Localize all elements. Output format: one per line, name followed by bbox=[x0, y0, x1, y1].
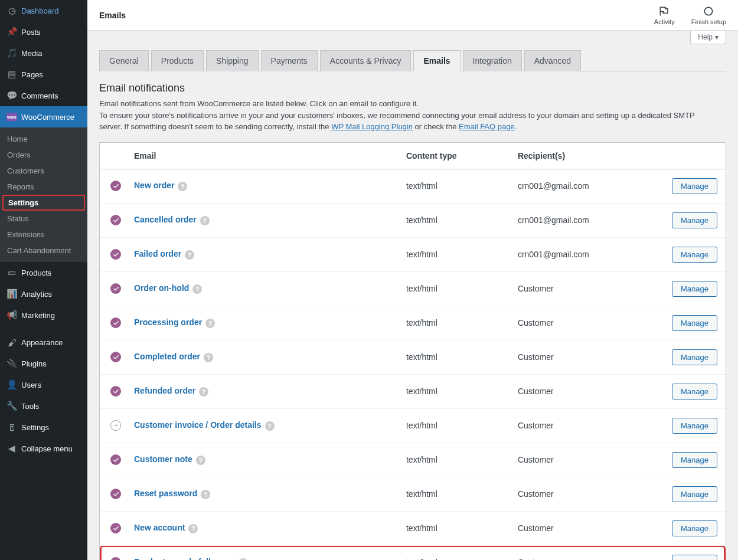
email-name-link[interactable]: New order bbox=[134, 181, 174, 190]
sidebar-item-appearance[interactable]: 🖌Appearance bbox=[0, 332, 87, 353]
status-enabled-icon bbox=[110, 352, 121, 362]
manage-button[interactable]: Manage bbox=[672, 452, 717, 468]
sidebar-subitem-cart-abandonment[interactable]: Cart Abandonment bbox=[0, 243, 87, 258]
sidebar-subitem-home[interactable]: Home bbox=[0, 131, 87, 147]
settings-icon: 🎚 bbox=[6, 421, 18, 433]
help-icon[interactable]: ? bbox=[199, 387, 208, 397]
help-icon[interactable]: ? bbox=[265, 421, 275, 431]
manage-button[interactable]: Manage bbox=[672, 384, 717, 399]
sidebar-label: Products bbox=[21, 268, 51, 277]
help-icon[interactable]: ? bbox=[200, 216, 210, 225]
help-icon[interactable]: ? bbox=[201, 490, 210, 499]
email-name-link[interactable]: Product sample follow-up bbox=[134, 557, 235, 560]
manage-button[interactable]: Manage bbox=[672, 281, 717, 297]
sidebar-item-plugins[interactable]: 🔌Plugins bbox=[0, 353, 87, 374]
tab-shipping[interactable]: Shipping bbox=[206, 50, 259, 71]
content-type-cell: text/html bbox=[400, 271, 512, 306]
help-icon[interactable]: ? bbox=[205, 319, 215, 328]
tab-products[interactable]: Products bbox=[151, 50, 204, 71]
sidebar-item-products[interactable]: ▭Products bbox=[0, 262, 87, 283]
manage-button[interactable]: Manage bbox=[672, 349, 717, 365]
email-name-link[interactable]: New account bbox=[134, 523, 185, 532]
sidebar-label: Plugins bbox=[21, 359, 47, 368]
sidebar-item-tools[interactable]: 🔧Tools bbox=[0, 395, 87, 417]
page-title: Emails bbox=[99, 11, 126, 20]
manage-button[interactable]: Manage bbox=[672, 555, 717, 561]
email-name-link[interactable]: Cancelled order bbox=[134, 215, 197, 224]
sidebar-item-marketing[interactable]: 📢Marketing bbox=[0, 304, 87, 326]
sidebar-item-collapse[interactable]: ◀Collapse menu bbox=[0, 438, 87, 459]
help-icon[interactable]: ? bbox=[196, 456, 205, 465]
help-icon[interactable]: ? bbox=[239, 558, 248, 560]
sidebar-item-settings[interactable]: 🎚Settings bbox=[0, 417, 87, 438]
status-manual-icon bbox=[110, 420, 121, 431]
sidebar-item-comments[interactable]: 💬Comments bbox=[0, 85, 87, 106]
tab-payments[interactable]: Payments bbox=[261, 50, 318, 71]
sidebar-label: Tools bbox=[21, 402, 39, 411]
tab-integration[interactable]: Integration bbox=[463, 50, 522, 71]
sidebar-subitem-extensions[interactable]: Extensions bbox=[0, 227, 87, 243]
sidebar-item-analytics[interactable]: 📊Analytics bbox=[0, 283, 87, 304]
manage-button[interactable]: Manage bbox=[672, 212, 717, 228]
email-name-link[interactable]: Failed order bbox=[134, 249, 181, 258]
content-type-cell: text/html bbox=[400, 203, 512, 237]
email-faq-link[interactable]: Email FAQ page bbox=[459, 122, 515, 131]
pages-icon: ▤ bbox=[6, 68, 18, 80]
help-icon[interactable]: ? bbox=[188, 524, 198, 533]
wp-mail-logging-link[interactable]: WP Mail Logging Plugin bbox=[331, 122, 413, 131]
sidebar-item-pages[interactable]: ▤Pages bbox=[0, 64, 87, 85]
tab-general[interactable]: General bbox=[99, 50, 149, 71]
email-name-link[interactable]: Refunded order bbox=[134, 386, 195, 395]
finish-label: Finish setup bbox=[691, 18, 726, 25]
email-name-link[interactable]: Processing order bbox=[134, 317, 202, 327]
sidebar-item-posts[interactable]: 📌Posts bbox=[0, 21, 87, 42]
content-type-cell: text/html bbox=[400, 237, 512, 271]
sidebar-item-users[interactable]: 👤Users bbox=[0, 374, 87, 395]
status-enabled-icon bbox=[110, 181, 121, 191]
help-icon[interactable]: ? bbox=[192, 284, 202, 294]
tab-advanced[interactable]: Advanced bbox=[524, 50, 581, 71]
sidebar-item-woocommerce[interactable]: wooWooCommerce bbox=[0, 106, 87, 127]
email-name-link[interactable]: Completed order bbox=[134, 352, 200, 361]
finish-setup-button[interactable]: Finish setup bbox=[691, 5, 726, 25]
sidebar-label: Appearance bbox=[21, 338, 63, 347]
table-row: Order on-hold?text/htmlCustomerManage bbox=[100, 271, 726, 306]
col-header-recipients: Recipient(s) bbox=[512, 143, 661, 169]
help-tab[interactable]: Help▾ bbox=[690, 31, 726, 44]
sidebar-label: Pages bbox=[21, 70, 43, 79]
sidebar-subitem-orders[interactable]: Orders bbox=[0, 147, 87, 163]
svg-point-0 bbox=[705, 7, 713, 15]
manage-button[interactable]: Manage bbox=[672, 247, 717, 263]
sidebar-label: WooCommerce bbox=[21, 113, 74, 122]
help-icon[interactable]: ? bbox=[185, 250, 194, 260]
sidebar-subitem-customers[interactable]: Customers bbox=[0, 163, 87, 179]
help-icon[interactable]: ? bbox=[178, 182, 187, 191]
manage-button[interactable]: Manage bbox=[672, 418, 717, 434]
email-name-link[interactable]: Order on-hold bbox=[134, 283, 189, 293]
email-name-link[interactable]: Customer note bbox=[134, 454, 192, 464]
sidebar-item-media[interactable]: 🎵Media bbox=[0, 42, 87, 64]
status-enabled-icon bbox=[110, 317, 121, 328]
manage-button[interactable]: Manage bbox=[672, 315, 717, 331]
email-table: Email Content type Recipient(s) New orde… bbox=[99, 142, 726, 561]
sidebar-item-dashboard[interactable]: ◷Dashboard bbox=[0, 0, 87, 21]
admin-sidebar: ◷Dashboard 📌Posts 🎵Media ▤Pages 💬Comment… bbox=[0, 0, 87, 560]
recipients-cell: Customer bbox=[512, 374, 661, 408]
content-type-cell: text/html bbox=[400, 306, 512, 340]
tab-accounts-privacy[interactable]: Accounts & Privacy bbox=[320, 50, 412, 71]
woo-submenu: Home Orders Customers Reports Settings S… bbox=[0, 127, 87, 262]
manage-button[interactable]: Manage bbox=[672, 486, 717, 502]
recipients-cell: Customer bbox=[512, 340, 661, 374]
sidebar-subitem-reports[interactable]: Reports bbox=[0, 179, 87, 195]
sidebar-subitem-settings[interactable]: Settings bbox=[2, 195, 85, 211]
users-icon: 👤 bbox=[6, 379, 18, 391]
manage-button[interactable]: Manage bbox=[672, 520, 717, 536]
email-name-link[interactable]: Customer invoice / Order details bbox=[134, 420, 262, 430]
tab-emails[interactable]: Emails bbox=[413, 50, 460, 71]
activity-button[interactable]: Activity bbox=[654, 5, 675, 25]
help-icon[interactable]: ? bbox=[204, 353, 213, 362]
sidebar-label: Users bbox=[21, 381, 41, 389]
sidebar-subitem-status[interactable]: Status bbox=[0, 211, 87, 227]
email-name-link[interactable]: Reset password bbox=[134, 489, 197, 498]
manage-button[interactable]: Manage bbox=[672, 178, 717, 194]
